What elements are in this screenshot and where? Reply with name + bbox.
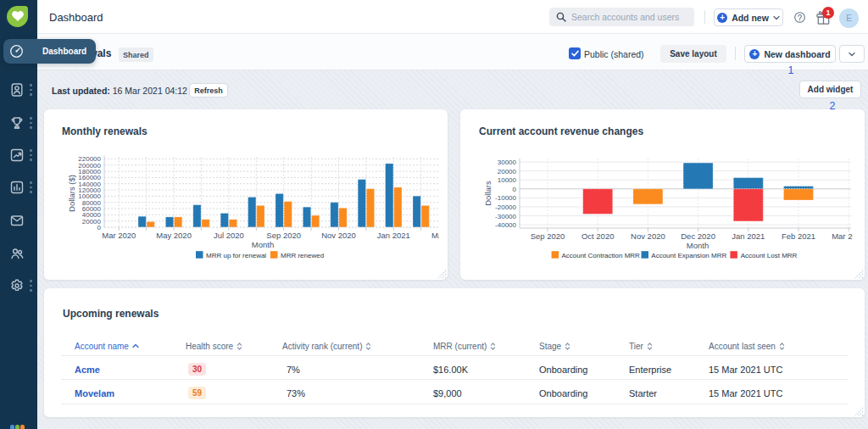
svg-text:Account Expansion MRR: Account Expansion MRR <box>651 252 726 259</box>
svg-text:Oct 2020: Oct 2020 <box>581 231 615 241</box>
svg-text:-20000: -20000 <box>495 203 516 211</box>
svg-text:Mar 2020: Mar 2020 <box>102 231 136 240</box>
svg-text:Mar 2021: Mar 2021 <box>832 231 865 241</box>
svg-text:20000: 20000 <box>498 168 517 176</box>
svg-text:Jul 2020: Jul 2020 <box>214 231 244 240</box>
svg-text:Sep 2020: Sep 2020 <box>531 231 565 241</box>
svg-text:Dollars: Dollars <box>483 181 492 206</box>
svg-text:-10000: -10000 <box>495 194 516 202</box>
svg-text:Dollars ($): Dollars ($) <box>67 175 76 212</box>
svg-text:MRR up for renewal: MRR up for renewal <box>206 252 266 259</box>
svg-text:May 2020: May 2020 <box>156 231 192 240</box>
svg-text:MRR renewed: MRR renewed <box>281 252 324 259</box>
svg-text:Feb 2021: Feb 2021 <box>782 231 815 241</box>
svg-text:Nov 2020: Nov 2020 <box>631 231 665 241</box>
svg-text:-30000: -30000 <box>495 213 516 220</box>
svg-text:10000: 10000 <box>498 176 517 184</box>
svg-text:30000: 30000 <box>498 159 517 166</box>
svg-text:Mar 2021: Mar 2021 <box>431 231 448 240</box>
svg-text:Month: Month <box>252 240 274 249</box>
svg-text:-40000: -40000 <box>495 221 516 229</box>
svg-text:Sep 2020: Sep 2020 <box>266 231 301 240</box>
svg-text:Jan 2021: Jan 2021 <box>732 231 765 241</box>
svg-text:Dec 2020: Dec 2020 <box>681 231 715 241</box>
svg-text:0: 0 <box>513 186 517 193</box>
svg-text:Nov 2020: Nov 2020 <box>321 231 356 240</box>
svg-text:Month: Month <box>687 241 709 250</box>
svg-text:Account Contraction MRR: Account Contraction MRR <box>561 252 640 259</box>
svg-text:Account Lost MRR: Account Lost MRR <box>741 252 798 259</box>
svg-text:220000: 220000 <box>78 155 101 163</box>
svg-text:Jan 2021: Jan 2021 <box>377 231 410 240</box>
